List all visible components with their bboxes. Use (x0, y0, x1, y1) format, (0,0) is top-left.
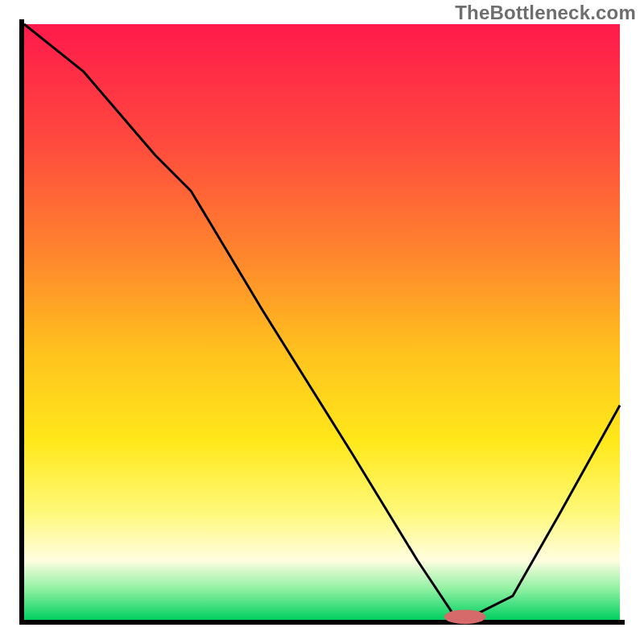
optimal-marker (444, 609, 486, 624)
chart-stage: TheBottleneck.com (0, 0, 644, 644)
bottleneck-chart (0, 0, 644, 644)
axis-bottom (19, 620, 625, 625)
axis-left (19, 19, 24, 625)
watermark-text: TheBottleneck.com (455, 2, 636, 24)
plot-background (24, 24, 620, 620)
